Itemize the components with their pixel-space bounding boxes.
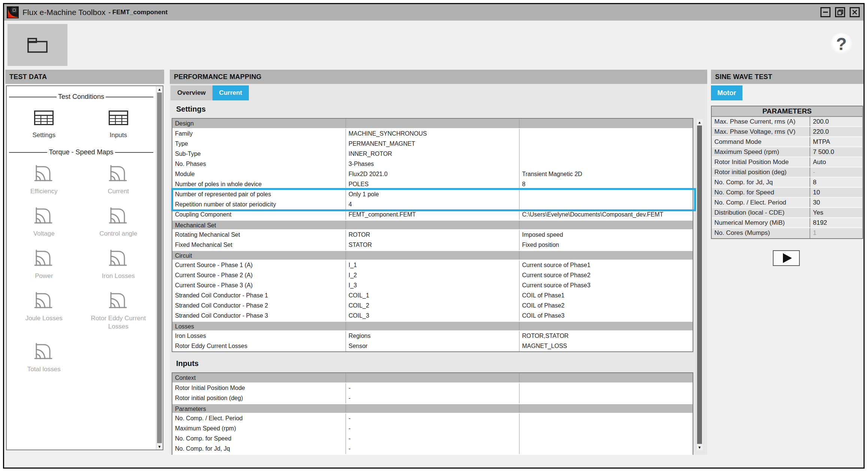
param-label: Max. Phase Current, rms (A) — [712, 117, 810, 126]
scroll-up-icon[interactable]: ▲ — [696, 119, 703, 125]
param-value[interactable]: Yes — [810, 208, 862, 217]
param-label: No. Comp. for Speed — [712, 188, 810, 197]
sine-wave-test-header: SINE WAVE TEST — [711, 70, 864, 84]
param-label: Rotor initial position (deg) — [712, 167, 810, 177]
close-icon — [852, 9, 858, 15]
data-row-rotor-initial-position-mode: Rotor Initial Position Mode- — [172, 383, 693, 393]
tab-motor[interactable]: Motor — [711, 85, 742, 100]
param-row-maximum-speed-rpm: Maximum Speed (rpm)7 500.0 — [712, 147, 862, 157]
cell-value: - — [346, 393, 519, 403]
tool-voltage: Voltage — [7, 207, 81, 238]
run-test-button[interactable] — [773, 250, 800, 266]
cell-label: No. Comp. for Jd, Jq — [172, 444, 346, 454]
param-label: Maximum Speed (rpm) — [712, 147, 810, 157]
scrollbar-thumb[interactable] — [157, 93, 162, 443]
param-value[interactable]: 200.0 — [810, 117, 862, 126]
cell-label: Sub-Type — [172, 149, 346, 159]
window-title: Flux e-Machine Toolbox — [22, 8, 105, 17]
tool-control-angle: Control angle — [81, 207, 156, 238]
data-row-no-comp-for-jd-jq: No. Comp. for Jd, Jq- — [172, 444, 693, 454]
parameters-title: PARAMETERS — [712, 106, 862, 117]
param-value[interactable]: 10 — [810, 188, 862, 197]
tool-label: Current — [108, 187, 129, 196]
cell-label: Rotor Initial Position Mode — [172, 383, 346, 393]
cell-label: Stranded Coil Conductor - Phase 2 — [172, 301, 346, 311]
param-value[interactable]: 30 — [810, 198, 862, 207]
data-row-number-of-represented-pair-of-poles: Number of represented pair of polesOnly … — [172, 190, 693, 200]
param-value[interactable]: 220.0 — [810, 127, 862, 136]
cell-value: I_3 — [346, 281, 519, 291]
map-icon — [34, 342, 54, 362]
data-row-stranded-coil-conductor-phase-1: Stranded Coil Conductor - Phase 1COIL_1C… — [172, 291, 693, 301]
cell-value: COIL_1 — [346, 291, 519, 301]
open-project-button[interactable] — [7, 24, 67, 66]
test-data-panel: Test ConditionsSettingsInputsTorque - Sp… — [6, 85, 163, 450]
param-row-no-comp-for-jd-jq: No. Comp. for Jd, Jq8 — [712, 178, 862, 188]
param-value[interactable]: Auto — [810, 157, 862, 167]
tool-label: Total losses — [27, 365, 61, 373]
tool-current: Current — [81, 164, 156, 196]
tool-settings[interactable]: Settings — [7, 109, 81, 139]
param-value[interactable]: - — [810, 167, 862, 177]
cell-desc — [519, 129, 693, 139]
cell-desc: MAGNET_LOSS — [519, 341, 693, 351]
param-value[interactable]: MTPA — [810, 137, 862, 146]
map-icon — [34, 249, 54, 269]
cell-desc — [519, 119, 693, 128]
tool-inputs[interactable]: Inputs — [81, 109, 156, 139]
cell-desc — [519, 434, 693, 444]
param-value[interactable]: 7 500.0 — [810, 147, 862, 157]
cell-value — [346, 373, 519, 382]
cell-value: 4 — [346, 200, 519, 210]
minimize-button[interactable] — [820, 7, 831, 17]
group-title: Torque - Speed Maps — [47, 148, 115, 156]
map-icon — [34, 207, 54, 226]
param-row-no-comp-elect-period: No. Comp. / Elect. Period30 — [712, 198, 862, 208]
cell-label: Current Source - Phase 3 (A) — [172, 281, 346, 291]
titlebar: Flux e-Machine Toolbox - FEMT_component — [4, 4, 864, 21]
cell-desc — [519, 322, 693, 330]
cell-label: Losses — [172, 322, 346, 330]
param-value[interactable]: 8192 — [810, 218, 862, 227]
close-button[interactable] — [850, 7, 860, 17]
param-value[interactable]: 8 — [810, 178, 862, 187]
cell-label: Rotor Eddy Current Losses — [172, 341, 346, 351]
pm-scrollbar[interactable]: ▲ ▼ — [696, 119, 703, 450]
test-data-scrollbar[interactable]: ▲ ▼ — [156, 86, 163, 450]
cell-label: Module — [172, 169, 346, 179]
param-value[interactable]: 1 — [810, 228, 862, 238]
cell-label: Current Source - Phase 1 (A) — [172, 260, 346, 270]
scroll-down-icon[interactable]: ▼ — [696, 444, 703, 450]
cell-desc — [519, 393, 693, 403]
param-label: Rotor Initial Position Mode — [712, 157, 810, 167]
scrollbar-thumb[interactable] — [697, 125, 702, 444]
cell-label: Circuit — [172, 251, 346, 260]
restore-button[interactable] — [835, 7, 845, 17]
play-icon — [783, 253, 792, 263]
param-row-distribution-local-cde: Distribution (local - CDE)Yes — [712, 208, 862, 218]
cell-label: Iron Losses — [172, 331, 346, 341]
tool-label: Control angle — [99, 230, 137, 238]
data-row-iron-losses: Iron LossesRegionsROTOR,STATOR — [172, 331, 693, 341]
tool-efficiency: Efficiency — [7, 164, 81, 196]
data-row-stranded-coil-conductor-phase-3: Stranded Coil Conductor - Phase 3COIL_3C… — [172, 311, 693, 321]
map-icon — [108, 249, 129, 269]
cell-label: No. Phases — [172, 159, 346, 169]
cell-desc: C:\Users\Evelyne\Documents\Composant_dev… — [519, 210, 693, 220]
param-row-rotor-initial-position-mode: Rotor Initial Position ModeAuto — [712, 157, 862, 167]
help-button[interactable]: ? — [831, 33, 852, 55]
cell-value: - — [346, 434, 519, 444]
test-data-content: Test ConditionsSettingsInputsTorque - Sp… — [7, 86, 156, 450]
tool-label: Joule Losses — [25, 314, 63, 323]
settings-table: DesignFamilyMACHINE_SYNCHRONOUSTypePERMA… — [172, 118, 693, 352]
cell-label: Stranded Coil Conductor - Phase 1 — [172, 291, 346, 301]
cell-desc — [519, 404, 693, 413]
scroll-down-icon[interactable]: ▼ — [156, 444, 163, 450]
map-icon — [34, 164, 54, 184]
scroll-up-icon[interactable]: ▲ — [156, 86, 163, 92]
cell-desc: Current source of Phase3 — [519, 281, 693, 291]
param-label: Command Mode — [712, 137, 810, 146]
torque-speed-maps-grid: EfficiencyCurrentVoltageControl anglePow… — [7, 164, 156, 373]
cell-desc: Imposed speed — [519, 230, 693, 240]
window-controls — [820, 7, 860, 17]
